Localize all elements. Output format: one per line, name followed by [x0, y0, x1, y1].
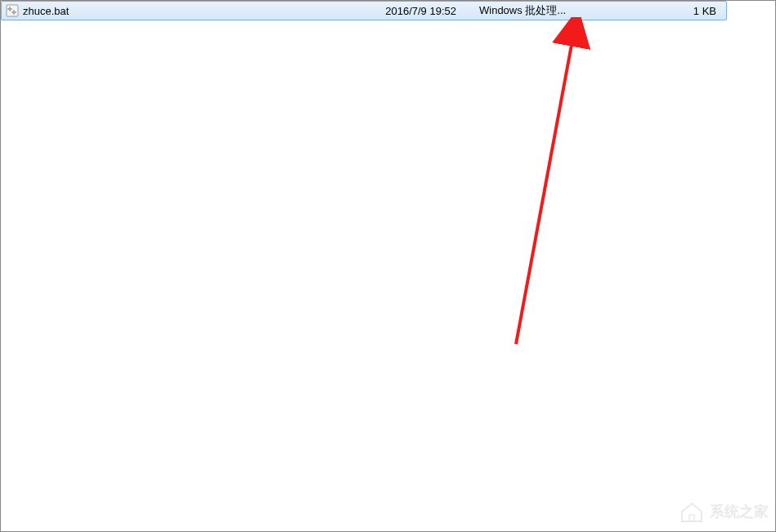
house-icon — [679, 498, 705, 525]
file-date: 2016/7/9 19:52 — [325, 5, 473, 17]
file-name: zhuce.bat — [23, 5, 325, 17]
svg-rect-0 — [7, 5, 18, 16]
watermark-text: 系统之家 — [710, 502, 769, 521]
bat-file-icon — [5, 3, 20, 18]
svg-rect-5 — [689, 515, 694, 521]
file-type: Windows 批处理... — [473, 3, 612, 18]
file-row[interactable]: zhuce.bat 2016/7/9 19:52 Windows 批处理... … — [1, 1, 727, 20]
file-size: 1 KB — [612, 5, 723, 17]
file-list: zhuce.bat 2016/7/9 19:52 Windows 批处理... … — [1, 1, 775, 20]
svg-line-4 — [516, 27, 575, 344]
arrow-annotation — [451, 17, 614, 360]
watermark: 系统之家 — [679, 498, 769, 525]
